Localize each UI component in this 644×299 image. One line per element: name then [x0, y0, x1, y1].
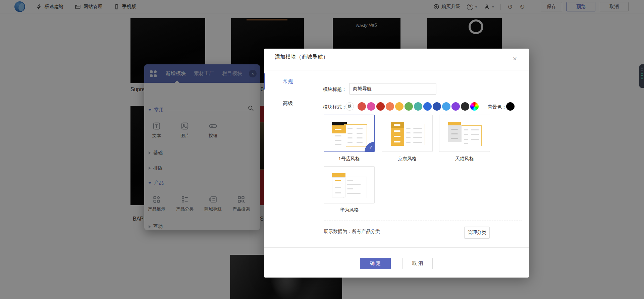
style-thumbnail: [445, 120, 484, 148]
tab-general[interactable]: 常规: [264, 73, 312, 89]
style-color-swatch-10[interactable]: [451, 102, 460, 111]
tab-advanced[interactable]: 高级: [264, 95, 312, 111]
style-color-swatch-11[interactable]: [461, 102, 469, 111]
active-tab-indicator: [264, 73, 265, 89]
background-color-swatch[interactable]: [506, 102, 515, 111]
style-color-swatch-9[interactable]: [442, 102, 450, 111]
style-card-label: 1号店风格: [324, 156, 375, 162]
divider: [264, 70, 529, 70]
style-color-swatch-6[interactable]: [414, 102, 422, 111]
module-style-label: 模块样式：: [323, 104, 346, 110]
close-icon[interactable]: ×: [511, 55, 519, 63]
style-thumbnail: [388, 120, 427, 148]
style-color-swatch-5[interactable]: [405, 102, 413, 111]
dashed-divider: [324, 221, 522, 221]
default-style-swatch[interactable]: 默: [345, 102, 354, 111]
background-color-label: 背景色：: [488, 104, 506, 110]
confirm-button[interactable]: 确 定: [360, 258, 391, 269]
data-source-label: 展示数据为：: [324, 229, 352, 234]
divider: [312, 70, 312, 247]
style-color-swatch-12[interactable]: [470, 102, 479, 111]
style-card-yhd[interactable]: ✓: [324, 115, 375, 152]
style-thumbnail: [330, 120, 369, 148]
style-card-label: 天猫风格: [439, 156, 490, 162]
style-card-huawei[interactable]: [324, 166, 375, 203]
style-card-label: 华为风格: [324, 207, 375, 213]
style-color-swatch-3[interactable]: [386, 102, 394, 111]
style-color-swatch-0[interactable]: [358, 102, 366, 111]
style-thumbnail: [330, 171, 369, 199]
editor-root: Nasty NaS Supre... 0 BAPE... S... 极速建站: [0, 0, 644, 299]
style-color-swatch-8[interactable]: [433, 102, 441, 111]
data-source-value: 所有产品分类: [352, 229, 380, 234]
style-color-swatches: [358, 102, 479, 111]
divider: [264, 247, 529, 248]
style-card-tmall[interactable]: [439, 115, 490, 152]
module-title-label: 模块标题：: [323, 86, 346, 93]
data-source-row: 展示数据为：所有产品分类: [324, 229, 380, 235]
cancel-button[interactable]: 取 消: [402, 258, 433, 269]
module-title-input[interactable]: [349, 83, 436, 95]
manage-category-button[interactable]: 管理分类: [464, 227, 490, 239]
style-color-swatch-4[interactable]: [395, 102, 404, 111]
style-color-swatch-2[interactable]: [376, 102, 385, 111]
dialog-title: 添加模块（商城导航）: [275, 54, 328, 61]
style-color-swatch-7[interactable]: [423, 102, 432, 111]
add-module-dialog: 添加模块（商城导航） × 常规 高级 模块标题： 模块样式： 默 背景色：: [264, 49, 529, 278]
style-card-label: 京东风格: [382, 156, 433, 162]
style-color-swatch-1[interactable]: [367, 102, 375, 111]
style-card-jd[interactable]: [382, 115, 433, 152]
